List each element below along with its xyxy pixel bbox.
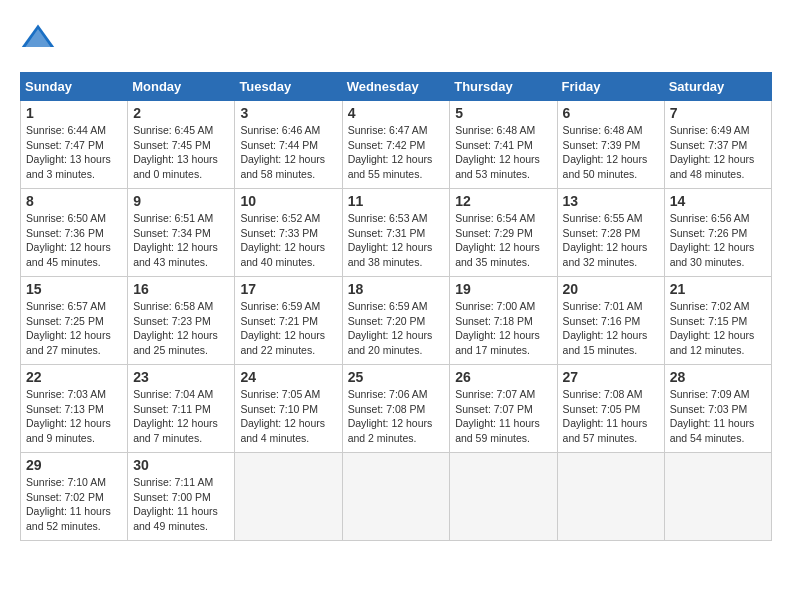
day-info: Sunrise: 6:59 AM Sunset: 7:20 PM Dayligh…: [348, 299, 445, 358]
day-info: Sunrise: 6:52 AM Sunset: 7:33 PM Dayligh…: [240, 211, 336, 270]
day-number: 16: [133, 281, 229, 297]
calendar-cell: 6 Sunrise: 6:48 AM Sunset: 7:39 PM Dayli…: [557, 101, 664, 189]
calendar-cell: 25 Sunrise: 7:06 AM Sunset: 7:08 PM Dayl…: [342, 365, 450, 453]
calendar-week-row: 29 Sunrise: 7:10 AM Sunset: 7:02 PM Dayl…: [21, 453, 772, 541]
calendar-cell: 29 Sunrise: 7:10 AM Sunset: 7:02 PM Dayl…: [21, 453, 128, 541]
calendar-cell: 1 Sunrise: 6:44 AM Sunset: 7:47 PM Dayli…: [21, 101, 128, 189]
column-header-sunday: Sunday: [21, 73, 128, 101]
calendar-header-row: SundayMondayTuesdayWednesdayThursdayFrid…: [21, 73, 772, 101]
calendar-table: SundayMondayTuesdayWednesdayThursdayFrid…: [20, 72, 772, 541]
calendar-cell: 20 Sunrise: 7:01 AM Sunset: 7:16 PM Dayl…: [557, 277, 664, 365]
day-number: 7: [670, 105, 766, 121]
calendar-cell: [664, 453, 771, 541]
day-number: 15: [26, 281, 122, 297]
calendar-cell: 4 Sunrise: 6:47 AM Sunset: 7:42 PM Dayli…: [342, 101, 450, 189]
day-info: Sunrise: 6:46 AM Sunset: 7:44 PM Dayligh…: [240, 123, 336, 182]
calendar-week-row: 15 Sunrise: 6:57 AM Sunset: 7:25 PM Dayl…: [21, 277, 772, 365]
calendar-cell: 8 Sunrise: 6:50 AM Sunset: 7:36 PM Dayli…: [21, 189, 128, 277]
logo: [20, 20, 60, 56]
calendar-cell: 15 Sunrise: 6:57 AM Sunset: 7:25 PM Dayl…: [21, 277, 128, 365]
calendar-week-row: 1 Sunrise: 6:44 AM Sunset: 7:47 PM Dayli…: [21, 101, 772, 189]
calendar-cell: 18 Sunrise: 6:59 AM Sunset: 7:20 PM Dayl…: [342, 277, 450, 365]
day-info: Sunrise: 7:05 AM Sunset: 7:10 PM Dayligh…: [240, 387, 336, 446]
day-info: Sunrise: 6:48 AM Sunset: 7:41 PM Dayligh…: [455, 123, 551, 182]
calendar-cell: [235, 453, 342, 541]
page-header: [20, 20, 772, 56]
day-info: Sunrise: 7:08 AM Sunset: 7:05 PM Dayligh…: [563, 387, 659, 446]
day-number: 9: [133, 193, 229, 209]
day-info: Sunrise: 6:50 AM Sunset: 7:36 PM Dayligh…: [26, 211, 122, 270]
day-number: 20: [563, 281, 659, 297]
day-info: Sunrise: 7:04 AM Sunset: 7:11 PM Dayligh…: [133, 387, 229, 446]
day-info: Sunrise: 6:44 AM Sunset: 7:47 PM Dayligh…: [26, 123, 122, 182]
calendar-cell: 21 Sunrise: 7:02 AM Sunset: 7:15 PM Dayl…: [664, 277, 771, 365]
day-info: Sunrise: 7:06 AM Sunset: 7:08 PM Dayligh…: [348, 387, 445, 446]
calendar-cell: 23 Sunrise: 7:04 AM Sunset: 7:11 PM Dayl…: [128, 365, 235, 453]
logo-icon: [20, 20, 56, 56]
calendar-cell: 13 Sunrise: 6:55 AM Sunset: 7:28 PM Dayl…: [557, 189, 664, 277]
calendar-cell: 9 Sunrise: 6:51 AM Sunset: 7:34 PM Dayli…: [128, 189, 235, 277]
day-info: Sunrise: 6:47 AM Sunset: 7:42 PM Dayligh…: [348, 123, 445, 182]
day-number: 26: [455, 369, 551, 385]
calendar-cell: [557, 453, 664, 541]
day-number: 28: [670, 369, 766, 385]
day-number: 25: [348, 369, 445, 385]
calendar-cell: 28 Sunrise: 7:09 AM Sunset: 7:03 PM Dayl…: [664, 365, 771, 453]
day-info: Sunrise: 6:51 AM Sunset: 7:34 PM Dayligh…: [133, 211, 229, 270]
day-info: Sunrise: 7:07 AM Sunset: 7:07 PM Dayligh…: [455, 387, 551, 446]
day-info: Sunrise: 6:56 AM Sunset: 7:26 PM Dayligh…: [670, 211, 766, 270]
calendar-cell: 17 Sunrise: 6:59 AM Sunset: 7:21 PM Dayl…: [235, 277, 342, 365]
day-number: 4: [348, 105, 445, 121]
calendar-week-row: 22 Sunrise: 7:03 AM Sunset: 7:13 PM Dayl…: [21, 365, 772, 453]
column-header-thursday: Thursday: [450, 73, 557, 101]
day-info: Sunrise: 7:00 AM Sunset: 7:18 PM Dayligh…: [455, 299, 551, 358]
calendar-week-row: 8 Sunrise: 6:50 AM Sunset: 7:36 PM Dayli…: [21, 189, 772, 277]
calendar-cell: 14 Sunrise: 6:56 AM Sunset: 7:26 PM Dayl…: [664, 189, 771, 277]
day-info: Sunrise: 7:09 AM Sunset: 7:03 PM Dayligh…: [670, 387, 766, 446]
column-header-saturday: Saturday: [664, 73, 771, 101]
day-number: 14: [670, 193, 766, 209]
calendar-cell: 22 Sunrise: 7:03 AM Sunset: 7:13 PM Dayl…: [21, 365, 128, 453]
day-number: 8: [26, 193, 122, 209]
day-info: Sunrise: 6:48 AM Sunset: 7:39 PM Dayligh…: [563, 123, 659, 182]
calendar-cell: 2 Sunrise: 6:45 AM Sunset: 7:45 PM Dayli…: [128, 101, 235, 189]
column-header-wednesday: Wednesday: [342, 73, 450, 101]
calendar-cell: 7 Sunrise: 6:49 AM Sunset: 7:37 PM Dayli…: [664, 101, 771, 189]
day-number: 21: [670, 281, 766, 297]
day-number: 11: [348, 193, 445, 209]
day-info: Sunrise: 6:45 AM Sunset: 7:45 PM Dayligh…: [133, 123, 229, 182]
day-number: 29: [26, 457, 122, 473]
calendar-cell: 19 Sunrise: 7:00 AM Sunset: 7:18 PM Dayl…: [450, 277, 557, 365]
calendar-cell: 27 Sunrise: 7:08 AM Sunset: 7:05 PM Dayl…: [557, 365, 664, 453]
column-header-friday: Friday: [557, 73, 664, 101]
day-number: 17: [240, 281, 336, 297]
day-info: Sunrise: 6:49 AM Sunset: 7:37 PM Dayligh…: [670, 123, 766, 182]
calendar-cell: 16 Sunrise: 6:58 AM Sunset: 7:23 PM Dayl…: [128, 277, 235, 365]
calendar-cell: 3 Sunrise: 6:46 AM Sunset: 7:44 PM Dayli…: [235, 101, 342, 189]
day-info: Sunrise: 7:02 AM Sunset: 7:15 PM Dayligh…: [670, 299, 766, 358]
calendar-cell: 5 Sunrise: 6:48 AM Sunset: 7:41 PM Dayli…: [450, 101, 557, 189]
day-number: 2: [133, 105, 229, 121]
calendar-cell: [342, 453, 450, 541]
day-info: Sunrise: 6:55 AM Sunset: 7:28 PM Dayligh…: [563, 211, 659, 270]
calendar-cell: [450, 453, 557, 541]
day-info: Sunrise: 6:57 AM Sunset: 7:25 PM Dayligh…: [26, 299, 122, 358]
day-number: 12: [455, 193, 551, 209]
day-number: 1: [26, 105, 122, 121]
day-number: 3: [240, 105, 336, 121]
calendar-cell: 26 Sunrise: 7:07 AM Sunset: 7:07 PM Dayl…: [450, 365, 557, 453]
calendar-cell: 24 Sunrise: 7:05 AM Sunset: 7:10 PM Dayl…: [235, 365, 342, 453]
day-info: Sunrise: 7:11 AM Sunset: 7:00 PM Dayligh…: [133, 475, 229, 534]
column-header-monday: Monday: [128, 73, 235, 101]
day-number: 13: [563, 193, 659, 209]
day-number: 22: [26, 369, 122, 385]
day-number: 23: [133, 369, 229, 385]
day-number: 5: [455, 105, 551, 121]
calendar-cell: 30 Sunrise: 7:11 AM Sunset: 7:00 PM Dayl…: [128, 453, 235, 541]
day-number: 30: [133, 457, 229, 473]
day-info: Sunrise: 6:59 AM Sunset: 7:21 PM Dayligh…: [240, 299, 336, 358]
day-number: 27: [563, 369, 659, 385]
day-info: Sunrise: 7:03 AM Sunset: 7:13 PM Dayligh…: [26, 387, 122, 446]
calendar-cell: 11 Sunrise: 6:53 AM Sunset: 7:31 PM Dayl…: [342, 189, 450, 277]
calendar-cell: 10 Sunrise: 6:52 AM Sunset: 7:33 PM Dayl…: [235, 189, 342, 277]
